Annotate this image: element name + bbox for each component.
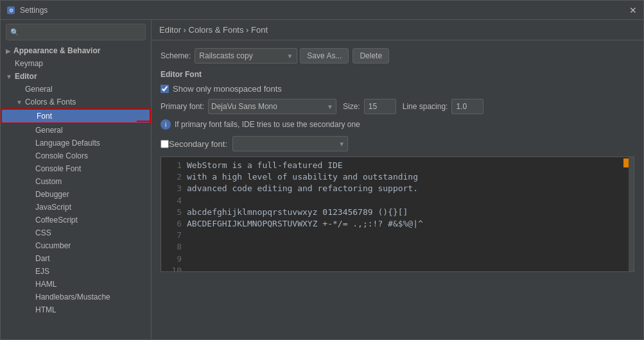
sidebar-item-label: CSS <box>26 228 51 237</box>
line-content: abcdefghijklmnopqrstuvwxyz 0123456789 ()… <box>187 207 408 218</box>
sidebar-item-debugger[interactable]: Debugger <box>1 188 151 201</box>
line-spacing-input[interactable]: 1.0 <box>451 99 483 114</box>
line-spacing-label: Line spacing: <box>403 102 448 111</box>
delete-button[interactable]: Delete <box>352 48 389 64</box>
preview-lines: 1WebStorm is a full-featured IDE2with a … <box>166 160 629 272</box>
sidebar-item-colors-fonts[interactable]: Colors & Fonts <box>1 96 151 108</box>
annotation-arrow <box>137 115 152 128</box>
sidebar-item-css[interactable]: CSS <box>1 226 151 239</box>
secondary-checkbox[interactable] <box>161 140 169 148</box>
sidebar-item-label: Dart <box>26 254 50 263</box>
sidebar-item-console-font[interactable]: Console Font <box>1 162 151 175</box>
line-number: 2 <box>166 171 182 183</box>
line-number: 9 <box>166 253 182 265</box>
line-number: 10 <box>166 265 182 272</box>
sidebar-item-general[interactable]: General <box>1 83 151 96</box>
sidebar-item-javascript[interactable]: JavaScript <box>1 201 151 214</box>
sidebar-item-appearance[interactable]: Appearance & Behavior <box>1 44 151 57</box>
titlebar: ⚙ Settings ✕ <box>1 1 643 20</box>
preview-line: 2with a high level of usability and outs… <box>166 171 629 183</box>
line-number: 4 <box>166 195 182 207</box>
search-icon: 🔍 <box>10 28 19 37</box>
save-as-button[interactable]: Save As... <box>300 48 349 64</box>
preview-line: 6ABCDEFGHIJKLMNOPQRSTUVWXYZ +-*/= .,;:!?… <box>166 218 629 230</box>
preview-line: 7 <box>166 230 629 241</box>
primary-font-dropdown[interactable]: DejaVu Sans Mono ▼ <box>208 99 336 114</box>
breadcrumb: Editor › Colors & Fonts › Font <box>152 20 643 40</box>
primary-font-value: DejaVu Sans Mono <box>211 102 327 111</box>
sidebar-item-console-colors[interactable]: Console Colors <box>1 149 151 162</box>
info-text: If primary font fails, IDE tries to use … <box>175 120 360 129</box>
sidebar-item-label: Appearance & Behavior <box>13 46 100 55</box>
line-number: 1 <box>166 160 182 171</box>
sidebar-item-label: Keymap <box>6 59 43 68</box>
sidebar-item-ejs[interactable]: EJS <box>1 265 151 278</box>
line-number: 7 <box>166 230 182 241</box>
settings-content: Scheme: Railscasts copy ▼ Save As... Del… <box>152 40 643 339</box>
secondary-font-row: Secondary font: ▼ <box>161 136 634 151</box>
scheme-dropdown-arrow: ▼ <box>286 53 293 60</box>
secondary-font-dropdown[interactable]: ▼ <box>232 136 348 151</box>
settings-window: ⚙ Settings ✕ 🔍 Appearance & Behavior Key… <box>0 0 644 340</box>
scheme-dropdown[interactable]: Railscasts copy ▼ <box>195 48 297 64</box>
primary-font-label: Primary font: <box>161 102 204 111</box>
preview-line: 3advanced code editing and refactoring s… <box>166 183 629 194</box>
primary-font-row: Primary font: DejaVu Sans Mono ▼ Size: 1… <box>161 99 634 114</box>
sidebar-item-handlebars[interactable]: Handlebars/Mustache <box>1 291 151 303</box>
info-row: i If primary font fails, IDE tries to us… <box>161 119 634 130</box>
sidebar-item-html[interactable]: HTML <box>1 303 151 316</box>
sidebar-item-label: General <box>16 85 53 94</box>
search-box[interactable]: 🔍 <box>6 24 146 40</box>
font-dropdown-arrow: ▼ <box>327 103 333 110</box>
line-content: advanced code editing and refactoring su… <box>187 183 418 194</box>
sidebar-item-cucumber[interactable]: Cucumber <box>1 239 151 252</box>
sidebar-item-keymap[interactable]: Keymap <box>1 57 151 70</box>
right-panel: Editor › Colors & Fonts › Font Scheme: R… <box>152 20 643 339</box>
line-content: ABCDEFGHIJKLMNOPQRSTUVWXYZ +-*/= .,;:!? … <box>187 218 423 230</box>
sidebar-item-label: HTML <box>26 305 57 314</box>
preview-line: 10 <box>166 265 629 272</box>
line-number: 3 <box>166 183 182 194</box>
sidebar-item-coffeescript[interactable]: CoffeeScript <box>1 214 151 226</box>
scheme-value: Railscasts copy <box>199 51 284 60</box>
line-content: with a high level of usability and outst… <box>187 171 418 183</box>
preview-line: 1WebStorm is a full-featured IDE <box>166 160 629 171</box>
sidebar-item-label: Custom <box>26 177 62 186</box>
sidebar-item-dart[interactable]: Dart <box>1 252 151 265</box>
sidebar-item-editor[interactable]: Editor <box>1 70 151 83</box>
sidebar-item-language-defaults[interactable]: Language Defaults <box>1 137 151 149</box>
monospace-checkbox[interactable] <box>161 85 169 93</box>
close-button[interactable]: ✕ <box>628 5 638 15</box>
preview-line: 4 <box>166 195 629 207</box>
line-number: 6 <box>166 218 182 230</box>
line-content: WebStorm is a full-featured IDE <box>187 160 343 171</box>
sidebar-item-label: Handlebars/Mustache <box>26 293 110 302</box>
sidebar-item-general2[interactable]: General <box>1 124 151 137</box>
sidebar-item-label: Console Colors <box>26 151 88 160</box>
scheme-label: Scheme: <box>161 51 191 60</box>
sidebar-item-label: Language Defaults <box>26 139 100 148</box>
scrollbar[interactable] <box>629 157 634 271</box>
search-input[interactable] <box>22 28 141 37</box>
preview-line: 8 <box>166 241 629 253</box>
secondary-dropdown-arrow: ▼ <box>338 140 345 148</box>
sidebar-item-label: CoffeeScript <box>26 216 78 225</box>
line-number: 8 <box>166 241 182 253</box>
scheme-row: Scheme: Railscasts copy ▼ Save As... Del… <box>161 48 634 64</box>
arrow-icon <box>6 47 11 55</box>
sidebar-item-custom[interactable]: Custom <box>1 175 151 188</box>
window-title: Settings <box>20 6 628 15</box>
arrow-icon <box>16 99 22 106</box>
editor-font-title: Editor Font <box>161 70 634 79</box>
arrow-icon <box>6 73 12 80</box>
sidebar-item-label: HAML <box>26 280 57 289</box>
monospace-label: Show only monospaced fonts <box>173 84 282 94</box>
sidebar-item-label: Debugger <box>26 190 69 199</box>
info-icon: i <box>161 119 171 130</box>
size-input[interactable]: 15 <box>364 99 396 114</box>
sidebar-item-label: Console Font <box>26 164 81 173</box>
sidebar-item-font[interactable]: Font <box>1 108 151 124</box>
app-icon: ⚙ <box>6 5 16 15</box>
monospace-checkbox-row: Show only monospaced fonts <box>161 84 634 94</box>
sidebar-item-haml[interactable]: HAML <box>1 278 151 291</box>
